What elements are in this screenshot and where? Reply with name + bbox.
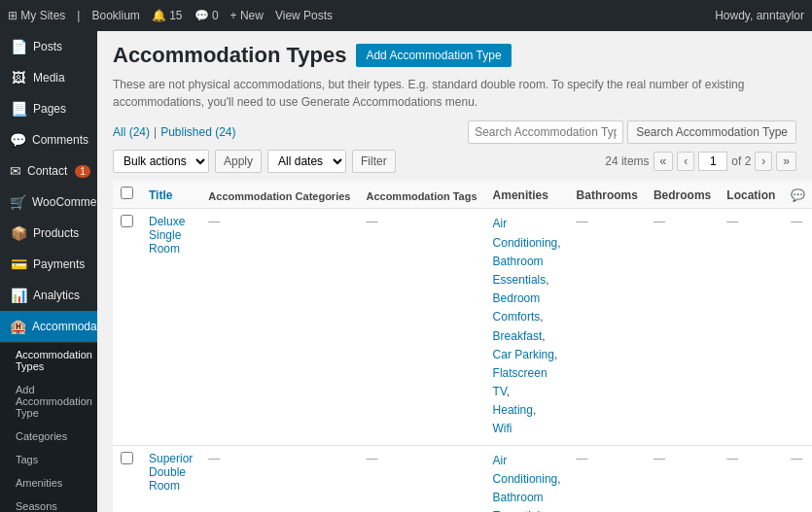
row2-tags: — — [358, 445, 484, 512]
apply-button[interactable]: Apply — [215, 150, 262, 173]
pagination-next[interactable]: › — [755, 152, 772, 171]
th-accommo-tags: Accommodation Tags — [358, 181, 484, 209]
th-chat: 💬 — [783, 181, 812, 209]
sidebar-item-posts[interactable]: 📄 Posts — [0, 31, 97, 62]
row1-location: — — [719, 209, 783, 445]
sidebar-item-payments[interactable]: 💳 Payments — [0, 249, 97, 280]
row1-amenity-ac[interactable]: Air Conditioning — [493, 217, 558, 249]
woocommerce-icon: 🛒 — [10, 194, 26, 210]
sidebar-item-seasons[interactable]: Seasons — [0, 495, 97, 512]
admin-bar-viewposts[interactable]: View Posts — [275, 9, 333, 22]
sidebar-item-products[interactable]: 📦 Products — [0, 218, 97, 249]
accommodation-icon: 🏨 — [10, 319, 26, 334]
accommodation-types-label: Accommodation Types — [16, 349, 92, 372]
tags-label: Tags — [16, 454, 38, 465]
row2-title-link[interactable]: Superior Double Room — [149, 452, 193, 493]
th-location: Location — [719, 181, 783, 209]
admin-bar-updates[interactable]: 🔔 15 — [152, 9, 183, 22]
contact-badge: 1 — [75, 165, 90, 178]
sidebar-item-comments-label: Comments — [32, 133, 88, 147]
sidebar-item-media[interactable]: 🖼 Media — [0, 62, 97, 93]
seasons-label: Seasons — [16, 500, 57, 512]
th-amenities: Amenities — [485, 181, 569, 209]
row2-amenity-be[interactable]: Bathroom Essentials — [493, 491, 547, 512]
sidebar-item-woocommerce[interactable]: 🛒 WooCommerce — [0, 187, 97, 218]
pagination-first[interactable]: « — [653, 152, 674, 171]
row2-amenity-ac[interactable]: Air Conditioning — [493, 454, 558, 486]
th-bathrooms: Bathrooms — [569, 181, 646, 209]
sidebar-item-woocommerce-label: WooCommerce — [32, 195, 97, 209]
row1-amenity-ht[interactable]: Heating — [493, 403, 533, 417]
amenities-label: Amenities — [16, 477, 62, 489]
add-accommodation-type-label: Add Accommodation Type — [16, 384, 92, 419]
sidebar-item-analytics[interactable]: 📊 Analytics — [0, 280, 97, 311]
table-row: Superior Double Room — — Air Conditionin… — [113, 445, 812, 512]
row1-title: Deluxe Single Room — [141, 209, 200, 445]
sidebar-item-categories[interactable]: Categories — [0, 425, 97, 448]
comments-icon: 💬 — [10, 132, 26, 148]
pages-icon: 📃 — [10, 101, 27, 117]
row1-bathrooms: — — [569, 209, 646, 445]
sidebar-item-add-accommodation-type[interactable]: Add Accommodation Type — [0, 378, 97, 425]
bulk-actions-select[interactable]: Bulk actions — [113, 150, 209, 173]
row1-title-link[interactable]: Deluxe Single Room — [149, 215, 185, 256]
row1-amenity-cp[interactable]: Car Parking — [493, 348, 554, 361]
admin-bar-user: Howdy, anntaylor — [715, 9, 804, 22]
filter-published[interactable]: Published (24) — [160, 125, 235, 139]
sidebar-submenu: Accommodation Types Add Accommodation Ty… — [0, 343, 97, 512]
pagination-total: 24 items — [605, 154, 649, 168]
admin-bar-mysites[interactable]: ⊞ My Sites — [8, 9, 65, 22]
categories-label: Categories — [16, 430, 67, 442]
search-box: Search Accommodation Type — [468, 120, 796, 144]
row2-categories: — — [200, 445, 358, 512]
th-bedrooms: Bedrooms — [646, 181, 719, 209]
filter-all[interactable]: All (24) — [113, 125, 150, 139]
row1-amenity-bf[interactable]: Breakfast — [493, 329, 543, 343]
actions-row: Bulk actions Apply All dates Filter 24 i… — [113, 150, 796, 173]
sidebar-item-analytics-label: Analytics — [33, 289, 80, 302]
sidebar-item-amenities[interactable]: Amenities — [0, 471, 97, 495]
row1-amenity-bc[interactable]: Bedroom Comforts — [493, 291, 541, 324]
pagination-last[interactable]: » — [776, 152, 796, 171]
sidebar-item-payments-label: Payments — [33, 257, 85, 271]
sidebar-item-accommodation[interactable]: 🏨 Accommodation — [0, 311, 97, 342]
row2-select[interactable] — [121, 452, 133, 464]
sidebar-item-accommodation-label: Accommodation — [32, 320, 97, 333]
sidebar-item-comments[interactable]: 💬 Comments — [0, 124, 97, 155]
admin-bar-new[interactable]: + New — [230, 9, 264, 22]
add-accommodation-type-button[interactable]: Add Accommodation Type — [356, 44, 511, 67]
media-icon: 🖼 — [10, 70, 27, 85]
payments-icon: 💳 — [10, 256, 27, 272]
accommodations-table: Title Accommodation Categories Accommoda… — [113, 181, 812, 512]
date-filter-select[interactable]: All dates — [267, 150, 346, 173]
products-icon: 📦 — [10, 225, 27, 241]
pagination-prev[interactable]: ‹ — [677, 152, 694, 171]
th-title: Title — [141, 181, 200, 209]
sidebar-item-accommodation-types[interactable]: Accommodation Types — [0, 343, 97, 378]
sidebar-item-products-label: Products — [33, 226, 79, 240]
row1-amenity-wifi[interactable]: Wifi — [493, 422, 512, 435]
sidebar-item-media-label: Media — [33, 71, 65, 85]
sidebar-item-contact[interactable]: ✉ Contact 1 — [0, 155, 97, 187]
row1-amenity-tv[interactable]: Flatscreen TV — [493, 366, 547, 398]
admin-bar-comments[interactable]: 💬 0 — [194, 9, 219, 22]
filter-button[interactable]: Filter — [352, 150, 396, 173]
sidebar-item-tags[interactable]: Tags — [0, 448, 97, 471]
page-description: These are not physical accommodations, b… — [113, 76, 796, 111]
row1-select[interactable] — [121, 215, 133, 227]
search-button[interactable]: Search Accommodation Type — [627, 120, 796, 144]
row2-amenities: Air Conditioning, Bathroom Essentials, B… — [485, 445, 569, 512]
sidebar-item-pages[interactable]: 📃 Pages — [0, 93, 97, 124]
th-title-link[interactable]: Title — [149, 188, 172, 202]
row1-amenity-be[interactable]: Bathroom Essentials — [493, 255, 547, 287]
row2-checkbox — [113, 445, 141, 512]
select-all-checkbox[interactable] — [121, 187, 133, 199]
admin-bar-bookium[interactable]: Booklium — [91, 9, 139, 22]
page-header: Accommodation Types Add Accommodation Ty… — [113, 43, 796, 68]
sidebar-item-pages-label: Pages — [33, 102, 66, 116]
search-input[interactable] — [468, 120, 623, 144]
admin-bar-separator: | — [77, 9, 80, 22]
th-checkbox — [113, 181, 141, 209]
row1-chat: — — [783, 209, 812, 445]
pagination-page-input[interactable] — [698, 152, 727, 171]
